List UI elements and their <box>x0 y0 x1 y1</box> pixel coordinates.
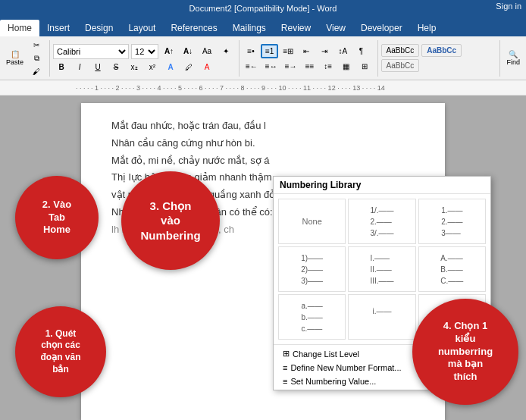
paragraph-group: ≡• ≡1 ≡⊞ ⇤ ⇥ ↕A ¶ ≡← ≡↔ ≡→ ≡≡ ↕≡ ▦ ⊞ <box>243 40 378 77</box>
format-painter-button[interactable]: 🖌 <box>28 66 45 77</box>
style-normal[interactable]: AaBbCc <box>381 44 420 57</box>
doc-line-2: Nhân cầu căng cứng như hòn bi. <box>111 136 415 152</box>
underline-button[interactable]: U <box>89 61 106 73</box>
decrease-indent-button[interactable]: ⇤ <box>298 44 315 58</box>
tab-design[interactable]: Design <box>77 20 121 36</box>
clear-format-button[interactable]: ✦ <box>218 45 234 57</box>
numbering-dropdown-title: Numbering Library <box>274 177 490 194</box>
font-color-button[interactable]: A <box>199 61 215 73</box>
strikethrough-button[interactable]: S <box>108 61 124 73</box>
annotation-3-text: 3. Chọn vào Numbering <box>140 199 200 243</box>
num-lines-3: 1)——2)——3)—— <box>301 252 323 287</box>
justify-button[interactable]: ≡≡ <box>302 61 318 72</box>
annotation-2: 2. Vào Tab Home <box>15 176 99 259</box>
change-case-icon: Aa <box>202 47 211 55</box>
document-title: Document2 [Compatibility Mode] - Word <box>189 4 337 13</box>
num-lines-1: 1/.——2.——3/.—— <box>370 205 393 239</box>
style-heading1[interactable]: AaBbCc <box>421 44 462 57</box>
define-format-icon: ≡ <box>283 363 287 372</box>
tab-home[interactable]: Home <box>0 20 39 36</box>
clear-format-icon: ✦ <box>223 47 229 55</box>
cut-button[interactable]: ✂ <box>28 39 45 51</box>
copy-icon: ⧉ <box>34 54 39 63</box>
change-case-button[interactable]: Aa <box>199 45 215 57</box>
annotation-4: 4. Chọn 1 kiểu numberring mà bạn thích <box>412 299 518 405</box>
tab-help[interactable]: Help <box>410 20 444 36</box>
annotation-3: 3. Chọn vào Numbering <box>121 171 220 270</box>
cut-icon: ✂ <box>33 41 39 49</box>
set-numbering-icon: ≡ <box>283 377 287 386</box>
font-group: Calibri 12 A↑ A↓ Aa ✦ B I U S x₂ x² A 🖊 … <box>53 40 240 77</box>
shading-button[interactable]: ▦ <box>338 61 355 72</box>
tab-mailings[interactable]: Mailings <box>225 20 274 36</box>
align-left-button[interactable]: ≡← <box>243 61 261 72</box>
italic-button[interactable]: I <box>71 61 88 73</box>
num-cell-paren-numeric[interactable]: 1)——2)——3)—— <box>278 246 346 292</box>
font-size-select[interactable]: 12 <box>131 44 158 59</box>
borders-button[interactable]: ⊞ <box>356 61 373 72</box>
clipboard-group: 📋 Paste ✂ ⧉ 🖌 <box>3 40 50 77</box>
num-cell-alpha-upper[interactable]: A.——B.——C.—— <box>418 246 486 292</box>
decrease-font-button[interactable]: A↓ <box>180 45 196 57</box>
copy-button[interactable]: ⧉ <box>28 52 45 64</box>
num-lines-6: a.——b.——c.—— <box>301 300 322 334</box>
align-right-button[interactable]: ≡→ <box>282 61 300 72</box>
style-heading2[interactable]: AaBbCc <box>381 59 420 72</box>
format-painter-icon: 🖌 <box>33 67 40 76</box>
change-list-icon: ⊞ <box>283 349 290 359</box>
num-lines-7: i.—— <box>372 306 391 328</box>
num-cell-numeric-plain[interactable]: 1.——2.——3—— <box>418 199 486 244</box>
ribbon-toolbar: 📋 Paste ✂ ⧉ 🖌 Calibri 12 A↑ A↓ Aa ✦ <box>0 36 526 80</box>
num-none-label: None <box>302 217 322 226</box>
numbering-button[interactable]: ≡1 <box>261 44 278 58</box>
bold-button[interactable]: B <box>53 61 70 73</box>
annotation-1-text: 1. Quét chọn các đoạn văn bản <box>40 328 80 375</box>
num-cell-roman-upper[interactable]: I.——II.——III.—— <box>348 246 415 292</box>
line-spacing-button[interactable]: ↕≡ <box>320 61 337 72</box>
paste-button[interactable]: 📋 Paste <box>3 49 27 67</box>
tab-developer[interactable]: Developer <box>353 20 410 36</box>
tab-layout[interactable]: Layout <box>121 20 163 36</box>
signin-button[interactable]: Sign in <box>496 2 521 11</box>
styles-group: AaBbCc AaBbCc AaBbCc <box>381 40 501 77</box>
text-effects-button[interactable]: A <box>162 61 179 73</box>
align-center-button[interactable]: ≡↔ <box>262 61 280 72</box>
num-cell-numeric-dot[interactable]: 1/.——2.——3/.—— <box>348 199 415 244</box>
ribbon-tabs: Home Insert Design Layout References Mai… <box>0 17 526 36</box>
text-highlight-button[interactable]: 🖊 <box>180 61 197 73</box>
annotation-4-text: 4. Chọn 1 kiểu numberring mà bạn thích <box>438 320 493 384</box>
sort-button[interactable]: ↕A <box>334 44 351 58</box>
increase-font-icon: A↑ <box>164 47 174 55</box>
font-family-select[interactable]: Calibri <box>53 44 129 59</box>
document-area: Mắt đau nhức, hoặc trán đau, đầu l Nhân … <box>0 96 526 420</box>
decrease-font-icon: A↓ <box>183 47 193 55</box>
num-cell-alpha-lower[interactable]: a.——b.——c.—— <box>278 294 346 340</box>
superscript-button[interactable]: x² <box>144 61 161 73</box>
tab-view[interactable]: View <box>318 20 353 36</box>
tab-references[interactable]: References <box>163 20 224 36</box>
increase-indent-button[interactable]: ⇥ <box>316 44 333 58</box>
num-lines-2: 1.——2.——3—— <box>441 205 462 239</box>
subscript-button[interactable]: x₂ <box>126 61 142 73</box>
tab-review[interactable]: Review <box>274 20 318 36</box>
annotation-1: 1. Quét chọn các đoạn văn bản <box>15 306 106 397</box>
show-hide-button[interactable]: ¶ <box>352 44 369 58</box>
increase-font-button[interactable]: A↑ <box>161 45 177 57</box>
bullets-button[interactable]: ≡• <box>243 44 259 58</box>
find-button[interactable]: 🔍 Find <box>503 49 523 67</box>
title-bar: Document2 [Compatibility Mode] - Word Si… <box>0 0 526 17</box>
num-lines-4: I.——II.——III.—— <box>370 252 393 287</box>
doc-line-1: Mắt đau nhức, hoặc trán đau, đầu l <box>111 118 415 134</box>
tab-insert[interactable]: Insert <box>39 20 77 36</box>
num-cell-roman-lower[interactable]: i.—— <box>348 294 415 340</box>
find-icon: 🔍 <box>509 50 518 58</box>
num-cell-none[interactable]: None <box>278 199 346 244</box>
doc-line-3: Mắt đỏ, mi nề, chảy nước mắt, sợ á <box>111 153 415 169</box>
num-lines-5: A.——B.——C.—— <box>440 252 463 287</box>
paste-icon: 📋 <box>11 50 20 58</box>
ruler: · · · · · 1 · · · · 2 · · · · 3 · · · · … <box>0 80 526 96</box>
multilevel-list-button[interactable]: ≡⊞ <box>280 44 296 58</box>
annotation-2-text: 2. Vào Tab Home <box>42 199 71 237</box>
